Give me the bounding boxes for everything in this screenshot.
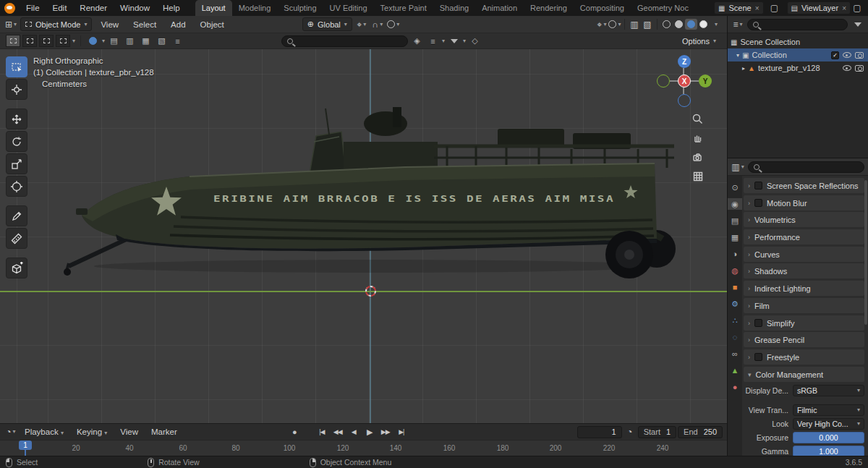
- list-icon[interactable]: ≡: [426, 35, 440, 47]
- clock-icon[interactable]: ◔: [624, 425, 637, 439]
- camera-view-icon[interactable]: [689, 148, 706, 166]
- new-scene-button[interactable]: ▢: [768, 1, 781, 15]
- shading-material-button[interactable]: [685, 19, 697, 30]
- current-frame-marker[interactable]: 1: [19, 441, 32, 456]
- move-tool[interactable]: [6, 109, 27, 129]
- gizmo-axis-neg-y[interactable]: [657, 75, 670, 88]
- bookmark-icon[interactable]: ◈: [410, 35, 424, 47]
- frame-end-field[interactable]: End250: [678, 426, 723, 438]
- panel-motion-blur[interactable]: › Motion Blur: [744, 195, 864, 210]
- transform-tool[interactable]: [6, 176, 27, 197]
- simplify-checkbox[interactable]: [754, 319, 762, 327]
- mode-dropdown[interactable]: Object Mode ▾: [20, 17, 92, 31]
- frame-start-field[interactable]: Start1: [638, 426, 676, 438]
- properties-scrollbar[interactable]: [864, 180, 867, 325]
- view-layer-tab[interactable]: ▦: [728, 231, 742, 243]
- ssr-checkbox[interactable]: [754, 182, 762, 190]
- editor-type-button[interactable]: ⊞▾: [4, 17, 17, 31]
- panel-film[interactable]: › Film: [744, 298, 864, 313]
- workspace-tab-rendering[interactable]: Rendering: [524, 0, 574, 16]
- shading-options-button[interactable]: ▾: [710, 17, 723, 31]
- viewport-3d[interactable]: ERIBINE AIM BRRACOB E IS ISS DE AERAS AI…: [0, 49, 727, 423]
- select-mode-subtract-icon[interactable]: [39, 35, 54, 47]
- gizmo-axis-y[interactable]: Y: [699, 75, 712, 88]
- xray-toggle-button[interactable]: ▥: [628, 17, 641, 31]
- panel-screen-space-reflections[interactable]: › Screen Space Reflections: [744, 178, 864, 193]
- viewlayer-selector[interactable]: ▤ ViewLayer ×: [787, 1, 851, 14]
- add-cube-tool[interactable]: [6, 258, 27, 278]
- pivot-point-button[interactable]: ⌖▾: [355, 17, 368, 31]
- outliner-editor-type-button[interactable]: ≡▾: [731, 17, 744, 31]
- jump-to-end-button[interactable]: ▶|: [394, 425, 409, 438]
- play-reverse-button[interactable]: ◀: [346, 425, 361, 438]
- viewlayer-remove-icon[interactable]: ×: [842, 4, 846, 12]
- object-data-tab[interactable]: ▲: [728, 365, 742, 376]
- render-tab[interactable]: ◉: [728, 198, 742, 210]
- panel-volumetrics[interactable]: › Volumetrics: [744, 212, 864, 227]
- menu-playback[interactable]: Playback ▾: [19, 427, 69, 436]
- select-mode-extend-icon[interactable]: [22, 35, 37, 47]
- scene-unlink-icon[interactable]: ×: [755, 4, 760, 12]
- particles-tab[interactable]: ∴: [728, 315, 742, 326]
- options-dropdown[interactable]: Options ▾: [677, 34, 721, 48]
- blender-logo-icon[interactable]: [4, 3, 15, 14]
- show-gizmo-button[interactable]: ⌖▾: [595, 17, 608, 31]
- pan-hand-icon[interactable]: [689, 129, 706, 146]
- panel-freestyle[interactable]: › Freestyle: [744, 349, 864, 365]
- exposure-slider[interactable]: 0.000: [793, 432, 864, 443]
- menu-edit[interactable]: Edit: [46, 0, 74, 16]
- workspace-tab-modeling[interactable]: Modeling: [232, 0, 278, 16]
- rotate-tool[interactable]: [6, 131, 27, 152]
- physics-tab[interactable]: ◌: [728, 331, 742, 343]
- boat-model[interactable]: ERIBINE AIM BRRACOB E IS ISS DE AERAS AI…: [0, 49, 727, 423]
- panel-shadows[interactable]: › Shadows: [744, 263, 864, 278]
- grid-icon[interactable]: ▦: [139, 35, 153, 47]
- workspace-tab-texture-paint[interactable]: Texture Paint: [374, 0, 433, 16]
- menu-object[interactable]: Object: [195, 20, 230, 29]
- gizmo-axis-x[interactable]: X: [678, 75, 691, 88]
- object-tab[interactable]: ■: [728, 281, 742, 293]
- render-visibility-icon[interactable]: [855, 52, 864, 59]
- workspace-tab-sculpting[interactable]: Sculpting: [277, 0, 323, 16]
- proportional-editing-button[interactable]: ▾: [387, 17, 400, 31]
- transform-orientation-dropdown[interactable]: ⊕ Global ▾: [302, 17, 352, 31]
- scene-selector[interactable]: ▦ Scene ×: [714, 1, 764, 14]
- constraints-tab[interactable]: ∞: [728, 348, 742, 359]
- menu-help[interactable]: Help: [156, 0, 187, 16]
- panel-color-management[interactable]: ▾ Color Management: [744, 367, 864, 382]
- panel-performance[interactable]: › Performance: [744, 229, 864, 244]
- menu-lines-icon[interactable]: ≡: [171, 35, 184, 47]
- panel-simplify[interactable]: › Simplify: [744, 315, 864, 331]
- outliner-row-collection[interactable]: ▾ ▣ Collection ✓: [728, 48, 868, 61]
- look-dropdown[interactable]: Very High Co...▾: [793, 418, 864, 430]
- play-button[interactable]: ▶: [362, 425, 377, 438]
- shading-rendered-button[interactable]: [697, 19, 710, 30]
- disclosure-open-icon[interactable]: ▾: [736, 52, 739, 59]
- add-viewlayer-button[interactable]: ▢: [851, 1, 864, 15]
- outliner-search-input[interactable]: [747, 19, 848, 30]
- cursor-3d[interactable]: [365, 286, 376, 297]
- viewport-search-input[interactable]: [281, 35, 408, 47]
- shading-solid-button[interactable]: [673, 19, 685, 30]
- menu-file[interactable]: File: [20, 0, 46, 16]
- pattern-icon[interactable]: ▧: [155, 35, 169, 47]
- current-frame-field[interactable]: 1: [577, 426, 622, 438]
- zoom-icon[interactable]: [689, 110, 706, 127]
- menu-view[interactable]: View: [95, 20, 124, 29]
- shield-icon[interactable]: ◇: [468, 35, 482, 47]
- hide-eye-icon[interactable]: [843, 65, 851, 71]
- panel-grease-pencil[interactable]: › Grease Pencil: [744, 332, 864, 347]
- menu-add[interactable]: Add: [165, 20, 191, 29]
- workspace-tab-animation[interactable]: Animation: [475, 0, 524, 16]
- menu-select[interactable]: Select: [127, 20, 162, 29]
- modifiers-tab[interactable]: ⚙: [728, 298, 742, 310]
- motion-blur-checkbox[interactable]: [754, 199, 762, 207]
- timeline-editor-type-button[interactable]: ◔▾: [4, 425, 17, 439]
- stack-icon[interactable]: ▥: [123, 35, 137, 47]
- jump-to-start-button[interactable]: |◀: [315, 425, 329, 438]
- workspace-tab-geometry-nodes[interactable]: Geometry Noc: [631, 0, 695, 16]
- overlays-button[interactable]: ▾: [608, 17, 621, 31]
- render-visibility-icon[interactable]: [855, 65, 864, 72]
- gamma-slider[interactable]: 1.000: [793, 446, 864, 456]
- workspace-tab-compositing[interactable]: Compositing: [574, 0, 631, 16]
